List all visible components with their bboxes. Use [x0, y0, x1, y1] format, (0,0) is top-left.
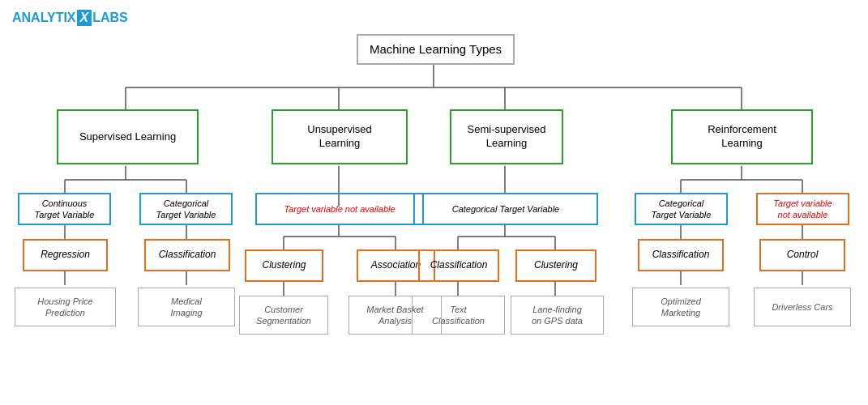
target-na-rl-node: Target variablenot available	[756, 193, 849, 225]
logo-analytix: ANALYTIX	[12, 11, 76, 25]
categorical-semi-node: Categorical Target Variable	[413, 193, 598, 225]
housing-node: Housing PricePrediction	[15, 288, 116, 326]
categorical-sl-node: CategoricalTarget Variable	[139, 193, 233, 225]
regression-node: Regression	[23, 239, 108, 271]
logo: ANALYTIXXLABS	[12, 10, 128, 26]
semi-label: Semi-supervisedLearning	[468, 123, 546, 151]
categorical-rl-node: CategoricalTarget Variable	[635, 193, 728, 225]
clustering-ul-node: Clustering	[245, 249, 323, 282]
driverless-node: Driverless Cars	[754, 288, 851, 326]
text-classification-node: TextClassification	[412, 296, 505, 335]
reinforcement-node: ReinforcementLearning	[671, 109, 813, 164]
semi-supervised-node: Semi-supervisedLearning	[450, 109, 563, 164]
customer-seg-node: CustomerSegmentation	[239, 296, 328, 335]
reinforcement-label: ReinforcementLearning	[708, 123, 776, 151]
logo-labs: LABS	[92, 11, 128, 25]
supervised-node: Supervised Learning	[57, 109, 199, 164]
lane-finding-node: Lane-findingon GPS data	[511, 296, 604, 335]
logo-x: X	[77, 10, 92, 26]
tree-container: ANALYTIXXLABS	[0, 0, 868, 405]
classification-rl-node: Classification	[638, 239, 724, 271]
classification-sl-node: Classification	[144, 239, 230, 271]
unsupervised-node: Unsupervised Learning	[272, 109, 408, 164]
control-node: Control	[759, 239, 845, 271]
optimized-node: OptimizedMarketing	[632, 288, 729, 326]
continuous-node: ContinuousTarget Variable	[18, 193, 111, 225]
classification-semi-node: Classification	[418, 249, 499, 282]
target-na-ul-node: Target variable not available	[255, 193, 424, 225]
root-node: Machine Learning Types	[357, 34, 515, 65]
clustering-semi-node: Clustering	[515, 249, 596, 282]
medical-node: MedicalImaging	[138, 288, 235, 326]
